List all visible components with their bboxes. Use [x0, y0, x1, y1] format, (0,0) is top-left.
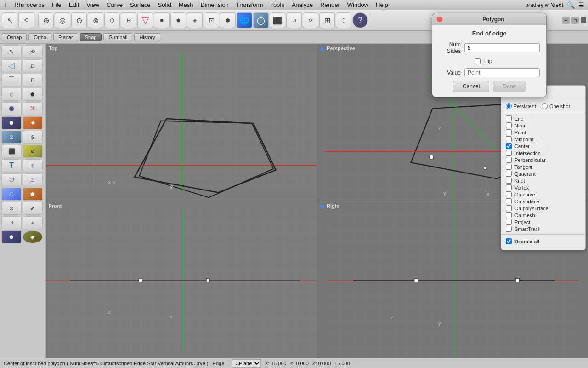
menu-file[interactable]: File	[48, 0, 65, 9]
toolbar-btn-9[interactable]: ▽	[137, 12, 153, 28]
menu-transform[interactable]: Transform	[232, 0, 267, 9]
menu-curve[interactable]: Curve	[103, 0, 126, 9]
sidebar-select-btn[interactable]: ↖	[1, 45, 22, 58]
coord-mode-select[interactable]: CPlane World	[232, 359, 261, 368]
dialog-numsides-input[interactable]	[464, 43, 540, 52]
sidebar-btn-5[interactable]: ⌒	[1, 74, 22, 86]
toolbar-btn-20[interactable]: ⊞	[319, 12, 335, 28]
sidebar-btn-11[interactable]: ⬢	[1, 116, 22, 129]
snap-planar[interactable]: Planar	[53, 33, 78, 41]
menu-dimension[interactable]: Dimension	[197, 0, 232, 9]
window-control-2[interactable]: □	[571, 17, 579, 24]
osnap-disable-all-row[interactable]: Disable all	[501, 236, 585, 246]
sidebar-btn-28[interactable]: ◉	[23, 230, 43, 243]
toolbar-btn-11[interactable]: ⬟	[170, 12, 186, 28]
dialog-value-input[interactable]	[464, 68, 540, 77]
sidebar-btn-21[interactable]: ⬡	[1, 188, 22, 201]
osnap-knot[interactable]: Knot	[501, 177, 585, 184]
sidebar-btn-12[interactable]: ✦	[23, 116, 43, 129]
apple-menu[interactable]: 	[4, 1, 6, 9]
sidebar-btn-13[interactable]: ⊙	[1, 131, 22, 144]
osnap-midpoint[interactable]: Midpoint	[501, 136, 585, 143]
sidebar-btn-18[interactable]: ⊞	[23, 159, 43, 172]
osnap-perpendicular[interactable]: Perpendicular	[501, 156, 585, 163]
menu-mesh[interactable]: Mesh	[175, 0, 197, 9]
toolbar-btn-7[interactable]: ⬡	[104, 12, 120, 28]
menu-analyze[interactable]: Analyze	[288, 0, 317, 9]
sidebar-btn-25[interactable]: ⊿	[1, 216, 22, 229]
toolbar-btn-21[interactable]: ⬡	[336, 12, 351, 28]
sidebar-btn-17[interactable]: T	[1, 159, 22, 172]
menu-solid[interactable]: Solid	[154, 0, 175, 9]
toolbar-btn-8[interactable]: ⊞	[121, 12, 136, 28]
osnap-oncurve[interactable]: On curve	[501, 191, 585, 198]
snap-gumball[interactable]: Gumball	[103, 33, 132, 41]
osnap-disable-all-checkbox[interactable]	[506, 238, 512, 244]
menu-rhinoceros[interactable]: Rhinoceros	[11, 0, 48, 9]
color-swatch[interactable]	[581, 17, 586, 23]
menu-help[interactable]: Help	[372, 0, 392, 9]
window-control-1[interactable]: −	[562, 17, 570, 24]
osnap-onpolysurface[interactable]: On polysurface	[501, 205, 585, 212]
osnap-point[interactable]: Point	[501, 129, 585, 136]
toolbar-btn-2[interactable]: ⟲	[18, 12, 34, 28]
menu-view[interactable]: View	[83, 0, 103, 9]
osnap-onsurface[interactable]: On surface	[501, 198, 585, 205]
osnap-project[interactable]: Project	[501, 218, 585, 225]
toolbar-btn-6[interactable]: ⊗	[88, 12, 103, 28]
osnap-near[interactable]: Near	[501, 122, 585, 129]
osnap-end[interactable]: End	[501, 115, 585, 122]
sidebar-btn-10[interactable]: ⌘	[23, 102, 43, 115]
sidebar-btn-14[interactable]: ⊚	[23, 131, 43, 144]
menu-surface[interactable]: Surface	[126, 0, 154, 9]
osnap-center[interactable]: Center	[501, 143, 585, 150]
sidebar-btn-22[interactable]: ⬟	[23, 188, 43, 201]
toolbar-btn-3[interactable]: ⊕	[38, 12, 54, 28]
sidebar-btn-6[interactable]: ⊓	[23, 74, 43, 86]
snap-ortho[interactable]: Ortho	[28, 33, 51, 41]
toolbar-btn-12[interactable]: ◈	[187, 12, 203, 28]
menu-extra-icon[interactable]: ☰	[578, 1, 584, 9]
snap-osnap[interactable]: Osnap	[2, 33, 27, 41]
osnap-tangent[interactable]: Tangent	[501, 163, 585, 170]
osnap-persistent-radio[interactable]: Persistent	[506, 103, 536, 109]
sidebar-btn-27[interactable]: ⬢	[1, 230, 22, 243]
menu-window[interactable]: Window	[344, 0, 372, 9]
osnap-vertex[interactable]: Vertex	[501, 184, 585, 191]
sidebar-btn-7[interactable]: ⬡	[1, 88, 22, 101]
osnap-oneshot-radio[interactable]: One shot	[542, 103, 570, 109]
menu-render[interactable]: Render	[317, 0, 344, 9]
toolbar-btn-4[interactable]: ◎	[55, 12, 70, 28]
sidebar-btn-20[interactable]: ⊡	[23, 173, 43, 186]
toolbar-btn-17[interactable]: ⬛	[270, 12, 285, 28]
dialog-done-button[interactable]: Done	[493, 81, 526, 92]
toolbar-btn-18[interactable]: ⊿	[286, 12, 302, 28]
sidebar-btn-9[interactable]: ⬣	[1, 102, 22, 115]
menu-tools[interactable]: Tools	[267, 0, 288, 9]
osnap-smarttrack[interactable]: SmartTrack	[501, 225, 585, 232]
dialog-close-button[interactable]	[437, 17, 442, 22]
sidebar-btn-26[interactable]: ▲	[23, 216, 43, 229]
toolbar-btn-help[interactable]: ?	[352, 12, 368, 28]
osnap-onmesh[interactable]: On mesh	[501, 212, 585, 218]
snap-history[interactable]: History	[134, 33, 160, 41]
dialog-cancel-button[interactable]: Cancel	[453, 81, 489, 92]
sidebar-btn-15[interactable]: ⬛	[1, 145, 22, 158]
toolbar-btn-13[interactable]: ⊡	[204, 12, 219, 28]
menu-edit[interactable]: Edit	[65, 0, 83, 9]
toolbar-btn-19[interactable]: ⟳	[303, 12, 318, 28]
sidebar-btn-8[interactable]: ⬟	[23, 88, 43, 101]
search-icon[interactable]: 🔍	[567, 1, 575, 9]
osnap-intersection[interactable]: Intersection	[501, 150, 585, 156]
snap-snap[interactable]: Snap	[80, 33, 102, 41]
sidebar-btn-19[interactable]: ⬡	[1, 173, 22, 186]
toolbar-btn-5[interactable]: ⊙	[71, 12, 87, 28]
toolbar-btn-16[interactable]: ◯	[253, 12, 269, 28]
sidebar-btn-24[interactable]: ✔	[23, 202, 43, 215]
dialog-flip-checkbox[interactable]	[475, 58, 481, 64]
toolbar-btn-14[interactable]: ⬢	[220, 12, 236, 28]
sidebar-btn-23[interactable]: ⊘	[1, 202, 22, 215]
viewport-top[interactable]: Top	[46, 44, 317, 201]
viewport-front[interactable]: Front z x	[46, 201, 317, 358]
toolbar-btn-10[interactable]: ●	[154, 12, 170, 28]
